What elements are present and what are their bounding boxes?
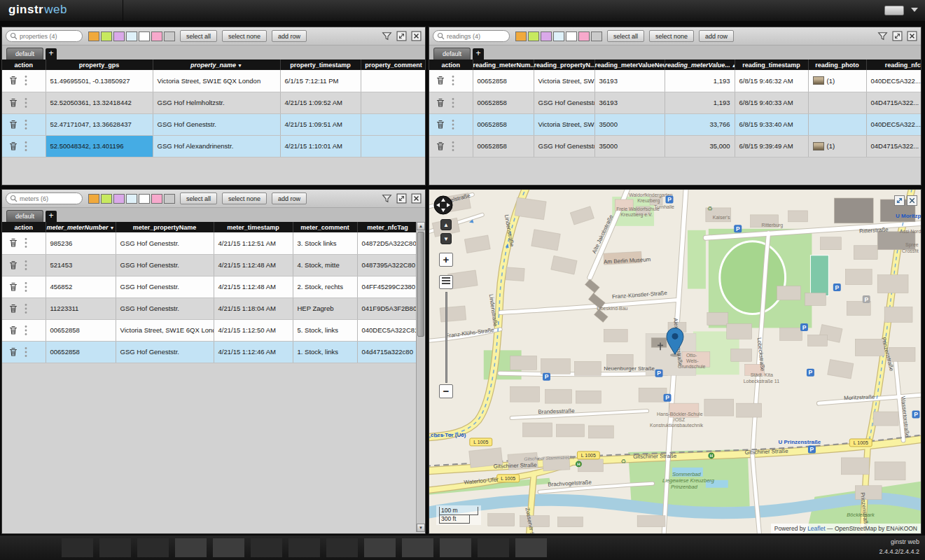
swatch-pink[interactable] — [151, 31, 162, 41]
cell-meter-comment[interactable]: HEP Zagreb — [293, 298, 357, 319]
cell-meter-timestamp[interactable]: 4/21/15 1:12:48 AM — [214, 276, 293, 298]
table-row-selected[interactable]: 00652858 Victoria Street, SW1... 35000 3… — [429, 113, 921, 135]
dock-item[interactable] — [478, 538, 509, 557]
cell-property-comment[interactable] — [361, 113, 426, 135]
dropdown-caret-icon[interactable] — [911, 8, 918, 12]
cell-reading-propertyname[interactable]: Victoria Street, SW1... — [534, 70, 594, 92]
add-row-button[interactable]: add row — [699, 30, 734, 42]
swatch-lightblue[interactable] — [126, 31, 137, 41]
readings-search-input[interactable] — [447, 33, 506, 40]
cell-reading-propertyname[interactable]: Victoria Street, SW1... — [534, 113, 594, 135]
cell-reading-metervalueold[interactable]: 33,766 — [665, 113, 735, 135]
swatch-white[interactable] — [139, 31, 150, 41]
properties-search-input[interactable] — [20, 33, 78, 40]
cell-property-gps-focused[interactable]: 52.50048342, 13.401196 — [46, 135, 153, 157]
cell-property-gps[interactable]: 52.52050361, 13.32418442 — [46, 92, 153, 113]
cell-meter-timestamp[interactable]: 4/21/15 1:12:51 AM — [214, 232, 293, 254]
row-menu-icon[interactable] — [25, 119, 27, 130]
column-header-meter-meternumber[interactable]: meter_meterNumber▼ — [46, 222, 116, 232]
column-header-reading-metervaluenew[interactable]: reading_meterValueNew — [594, 59, 665, 70]
column-header-property-name[interactable]: property_name▼ — [153, 59, 280, 70]
row-menu-icon[interactable] — [25, 260, 27, 271]
cell-reading-timestamp[interactable]: 6/8/15 9:46:32 AM — [735, 70, 808, 92]
cell-meter-propertyname[interactable]: GSG Hof Geneststr. — [116, 341, 214, 363]
column-header-reading-nfctag[interactable]: reading_nfcTag — [866, 59, 921, 70]
cell-meter-nfctag[interactable]: 041F9D5A3F2B80 — [357, 298, 418, 319]
table-row[interactable]: 521453 GSG Hof Geneststr. 4/21/15 1:12:4… — [2, 254, 418, 276]
cell-reading-metervaluenew[interactable]: 35000 — [594, 135, 665, 157]
cell-property-comment[interactable] — [361, 92, 426, 113]
column-header-reading-propertyname[interactable]: reading_propertyN... — [534, 59, 594, 70]
cell-reading-photo[interactable] — [808, 92, 866, 113]
cell-reading-meternumber[interactable]: 00652858 — [473, 113, 534, 135]
cell-meter-propertyname[interactable]: GSG Hof Geneststr. — [116, 254, 214, 276]
cell-reading-timestamp[interactable]: 6/8/15 9:40:33 AM — [735, 92, 808, 113]
photo-thumbnail[interactable] — [813, 76, 824, 85]
cell-meter-propertyname[interactable]: GSG Hof Geneststr. — [116, 276, 214, 298]
cell-meter-propertyname[interactable]: GSG Hof Geneststr. — [116, 298, 214, 319]
dock-item[interactable] — [99, 538, 131, 557]
cell-property-timestamp[interactable]: 4/21/15 1:10:01 AM — [280, 135, 361, 157]
cell-property-name[interactable]: GSG Hof Geneststr. — [153, 113, 280, 135]
delete-row-icon[interactable] — [436, 76, 445, 85]
add-row-button[interactable]: add row — [272, 30, 307, 42]
cell-property-comment[interactable] — [361, 135, 426, 157]
scroll-up-button[interactable]: ▲ — [417, 222, 425, 230]
row-menu-icon[interactable] — [452, 141, 454, 152]
select-none-button[interactable]: select none — [222, 192, 267, 204]
cell-meter-meternumber[interactable]: 456852 — [46, 276, 116, 298]
scroll-down-button[interactable]: ▼ — [417, 524, 425, 532]
delete-row-icon[interactable] — [8, 120, 18, 130]
delete-row-icon[interactable] — [8, 260, 18, 270]
cell-meter-meternumber[interactable]: 521453 — [46, 254, 116, 276]
cell-meter-timestamp[interactable]: 4/21/15 1:12:48 AM — [214, 254, 293, 276]
swatch-green[interactable] — [528, 31, 539, 41]
cell-reading-metervaluenew[interactable]: 35000 — [594, 113, 665, 135]
delete-row-icon[interactable] — [8, 347, 18, 357]
table-row-selected[interactable]: 52.50048342, 13.401196 GSG Hof Alexandri… — [2, 135, 426, 157]
cell-reading-nfctag[interactable]: 04D4715A322... — [866, 135, 921, 157]
cell-meter-comment[interactable]: 3. Stock links — [293, 232, 357, 254]
column-header-property-comment[interactable]: property_comment — [361, 59, 426, 70]
cell-property-timestamp[interactable]: 4/21/15 1:09:52 AM — [280, 92, 361, 113]
zoom-slider-handle[interactable] — [439, 275, 453, 289]
swatch-lightblue[interactable] — [126, 194, 137, 204]
cell-reading-meternumber[interactable]: 00652858 — [473, 70, 534, 92]
dock-item[interactable] — [326, 538, 358, 557]
cell-meter-meternumber[interactable]: 00652858 — [46, 319, 116, 341]
zoom-out-button[interactable]: − — [439, 384, 453, 398]
column-header-property-gps[interactable]: property_gps — [46, 59, 153, 70]
column-header-reading-metervalueold[interactable]: reading_meterValue...▲ — [665, 59, 735, 70]
cell-meter-timestamp[interactable]: 4/21/15 1:12:46 AM — [214, 341, 293, 363]
delete-row-icon[interactable] — [8, 141, 18, 151]
add-tab-button[interactable]: + — [46, 48, 57, 59]
cell-meter-nfctag[interactable]: 04872D5A322C80 — [357, 232, 418, 254]
cell-reading-meternumber[interactable]: 00652858 — [473, 135, 534, 157]
row-menu-icon[interactable] — [25, 237, 27, 248]
column-header-property-timestamp[interactable]: property_timestamp — [280, 59, 361, 70]
cell-meter-propertyname[interactable]: Victoria Street, SW1E 6QX London — [116, 319, 214, 341]
swatch-purple[interactable] — [541, 31, 552, 41]
delete-row-icon[interactable] — [8, 304, 18, 314]
cell-reading-nfctag[interactable]: 040DEC5A322... — [866, 70, 921, 92]
close-icon[interactable] — [411, 193, 422, 204]
cell-meter-comment[interactable]: 2. Stock, rechts — [293, 276, 357, 298]
row-menu-icon[interactable] — [25, 75, 27, 86]
leaflet-link[interactable]: Leaflet — [807, 525, 826, 532]
delete-row-icon[interactable] — [436, 98, 445, 108]
cell-reading-metervalueold[interactable]: 35,000 — [665, 135, 735, 157]
swatch-gray[interactable] — [164, 194, 175, 204]
cell-meter-timestamp[interactable]: 4/21/15 1:18:04 AM — [214, 298, 293, 319]
cell-property-name[interactable]: GSG Hof Helmholtzstr. — [153, 92, 280, 113]
map-maximize-icon[interactable] — [894, 195, 905, 206]
select-all-button[interactable]: select all — [180, 30, 217, 42]
table-row[interactable]: 51.49695501, -0.13850927 Victoria Street… — [2, 70, 426, 92]
pan-step-down-button[interactable]: ▼ — [440, 233, 452, 244]
column-header-action[interactable]: action — [2, 222, 46, 232]
cell-reading-propertyname[interactable]: GSG Hof Geneststr. — [534, 135, 594, 157]
table-row[interactable]: 00652858 Victoria Street, SW1... 36193 1… — [429, 70, 921, 92]
maximize-icon[interactable] — [396, 193, 407, 204]
cell-reading-photo[interactable] — [808, 113, 866, 135]
filter-icon[interactable] — [382, 193, 392, 204]
swatch-pink[interactable] — [578, 31, 590, 41]
